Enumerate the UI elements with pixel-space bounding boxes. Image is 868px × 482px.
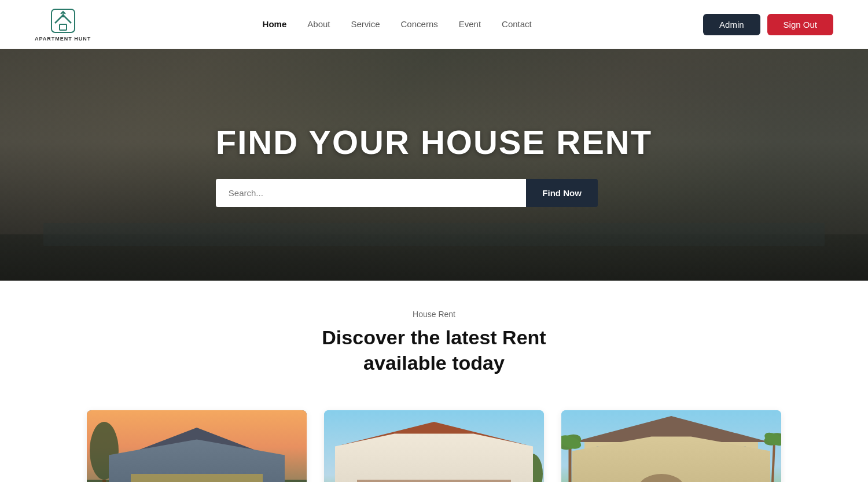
svg-rect-30 <box>590 465 637 482</box>
svg-point-10 <box>90 422 119 480</box>
svg-rect-17 <box>405 462 446 482</box>
section-title-line1: Discover the latest Rent <box>322 326 546 348</box>
nav-link-service[interactable]: Service <box>351 19 380 29</box>
property-card-2-image <box>324 410 544 482</box>
hero-title: FIND YOUR HOUSE RENT <box>216 123 652 161</box>
search-input[interactable] <box>216 179 527 207</box>
property-card-2[interactable] <box>324 410 544 482</box>
section-title-line2: available today <box>363 352 505 374</box>
hero-search-bar: Find Now <box>216 179 598 207</box>
nav-link-concerns[interactable]: Concerns <box>401 19 438 29</box>
nav-link-event[interactable]: Event <box>459 19 481 29</box>
navbar: APARTMENT HUNT Home About Service Concer… <box>0 0 868 49</box>
svg-rect-25 <box>584 442 758 482</box>
nav-actions: Admin Sign Out <box>703 14 833 35</box>
svg-rect-12 <box>324 410 544 482</box>
svg-rect-4 <box>87 480 307 482</box>
nav-item-contact[interactable]: Contact <box>502 19 532 30</box>
property-card-3[interactable] <box>561 410 781 482</box>
svg-rect-5 <box>133 457 260 482</box>
svg-rect-7 <box>145 468 191 482</box>
hero-content: FIND YOUR HOUSE RENT Find Now <box>216 123 652 207</box>
svg-rect-11 <box>102 480 106 482</box>
section-title: Discover the latest Rent available today <box>46 325 822 376</box>
svg-rect-29 <box>699 442 706 482</box>
nav-item-home[interactable]: Home <box>263 19 287 30</box>
nav-item-service[interactable]: Service <box>351 19 380 30</box>
property-card-3-image <box>561 410 781 482</box>
svg-rect-14 <box>353 445 515 482</box>
logo[interactable]: APARTMENT HUNT <box>35 7 91 42</box>
svg-rect-3 <box>87 410 307 482</box>
signout-button[interactable]: Sign Out <box>767 14 833 35</box>
admin-button[interactable]: Admin <box>703 14 760 35</box>
svg-rect-9 <box>226 459 243 474</box>
svg-rect-32 <box>720 446 746 463</box>
section-subtitle: House Rent <box>46 310 822 319</box>
svg-rect-31 <box>596 446 622 463</box>
nav-links: Home About Service Concerns Event Contac… <box>263 19 532 30</box>
svg-rect-1 <box>60 24 67 30</box>
nav-link-home[interactable]: Home <box>263 19 287 29</box>
find-now-button[interactable]: Find Now <box>526 179 598 207</box>
hero-section: FIND YOUR HOUSE RENT Find Now <box>0 49 868 281</box>
nav-item-concerns[interactable]: Concerns <box>401 19 438 30</box>
svg-rect-18 <box>451 448 475 468</box>
svg-rect-20 <box>420 468 437 482</box>
house-rent-section: House Rent Discover the latest Rent avai… <box>0 281 868 393</box>
property-card-1[interactable] <box>87 410 307 482</box>
property-cards-row <box>0 393 868 482</box>
svg-rect-8 <box>203 459 220 474</box>
nav-link-contact[interactable]: Contact <box>502 19 532 29</box>
svg-rect-27 <box>654 459 689 482</box>
nav-link-about[interactable]: About <box>307 19 330 29</box>
nav-item-about[interactable]: About <box>307 19 330 30</box>
svg-rect-28 <box>637 442 643 482</box>
brand-name: APARTMENT HUNT <box>35 36 91 42</box>
svg-rect-16 <box>359 462 399 482</box>
nav-item-event[interactable]: Event <box>459 19 481 30</box>
svg-rect-19 <box>480 448 503 468</box>
logo-icon <box>49 7 77 35</box>
property-card-1-image <box>87 410 307 482</box>
